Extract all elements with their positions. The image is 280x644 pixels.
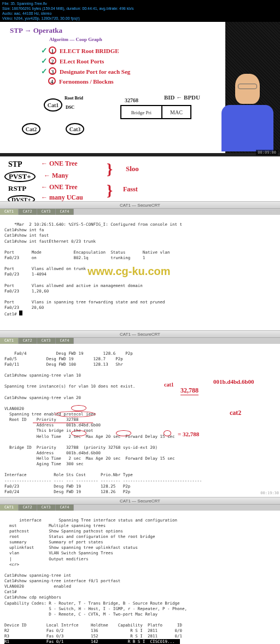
terminal-output[interactable]: interface Spanning Tree interface status… — [0, 511, 280, 645]
wb2-rstp: RSTP — [8, 184, 26, 193]
whiteboard-stp-operation: STP → Operatka Algoritm — Coop Graph ✓ 1… — [0, 22, 280, 153]
label-slow: Sloo — [126, 165, 139, 173]
tab-cat2[interactable]: CAT2 — [19, 505, 37, 511]
tab-cat4[interactable]: CAT4 — [56, 505, 74, 511]
wb-step-3: ✓ 3 Designate Port for each Seg — [41, 67, 130, 76]
arrow-onetree1: ← ONE Tree — [41, 160, 78, 168]
check-icon: ✓ — [41, 57, 48, 65]
terminal-text: Fa0/4 Desg FWD 19 128.6 P2p Fa0/5 Desg F… — [4, 351, 202, 497]
tab-cat1[interactable]: CAT1 — [0, 209, 19, 215]
bid-diagram-box: Bridge Pri MAC — [120, 105, 191, 119]
whiteboard-stp-types: STP PVST+ RSTP DVST+ ← ONE Tree ← Many ←… — [0, 156, 280, 201]
topology-cat3: Cat3 — [66, 123, 84, 135]
wb2-stp: STP — [8, 160, 22, 169]
label-32768: 32768 — [125, 97, 138, 103]
wb-step-4: 4 Fornomons / Blockns — [48, 77, 114, 85]
circle-annotation — [116, 430, 131, 436]
step-number-4: 4 — [48, 77, 56, 85]
video-section-1: File: 35. Spanning-Tree.flv Size: 166766… — [0, 0, 280, 156]
highlighted-row: R1 Fas 0/1 142 R B S I CISCO19... — [4, 639, 180, 644]
video-timestamp: 00:09:00 — [256, 150, 278, 155]
wb-title-stp: STP → Operatka — [10, 26, 62, 35]
terminal-output[interactable]: *Mar 2 10:26:51.640: %SYS-5-CONFIG_I: Co… — [0, 215, 280, 330]
terminal-output[interactable]: Fa0/4 Desg FWD 19 128.6 P2p Fa0/5 Desg F… — [0, 344, 280, 497]
terminal-titlebar[interactable]: CAT1 — SecureCRT — [0, 201, 280, 209]
annotation-equals: = 32,788 — [178, 430, 199, 438]
video-metadata: File: 35. Spanning-Tree.flv Size: 166766… — [0, 0, 280, 22]
label-dsc: DSC — [66, 105, 74, 110]
tab-cat4[interactable]: CAT4 — [56, 209, 74, 215]
label-bid: BID ← BPDU — [164, 94, 200, 101]
terminal-window-1[interactable]: CAT1 — SecureCRT CAT1 CAT2 CAT3 CAT4 *Ma… — [0, 201, 280, 330]
wb-subtitle: Algoritm — Coop Graph — [49, 37, 102, 42]
annotation-address: 001b.d4bd.6b00 — [213, 378, 254, 386]
arrow-onetree2: ← ONE Tree — [41, 183, 78, 191]
annotation-32788: 32,788 — [180, 386, 199, 395]
terminal-tabs[interactable]: CAT1 CAT2 CAT3 CAT4 — [0, 338, 280, 344]
tab-cat2[interactable]: CAT2 — [19, 338, 37, 344]
annotation-cat1: cat1 — [164, 381, 174, 389]
tab-cat3[interactable]: CAT3 — [37, 505, 56, 511]
wb-step-1: ✓ 1 ELECT Root BRIDGE — [41, 46, 119, 55]
video-timestamp: 00:19:30 — [260, 491, 279, 496]
step-number-3: 3 — [49, 67, 56, 75]
terminal-window-2[interactable]: CAT1 — SecureCRT CAT1 CAT2 CAT3 CAT4 Fa0… — [0, 330, 280, 497]
check-icon: ✓ — [41, 67, 48, 75]
tab-cat4[interactable]: CAT4 — [56, 338, 74, 344]
tab-cat1[interactable]: CAT1 — [0, 338, 19, 344]
cursor-icon — [19, 311, 22, 315]
circle-annotation — [71, 405, 86, 411]
tab-cat2[interactable]: CAT2 — [19, 209, 37, 215]
brace-icon: } — [107, 160, 113, 178]
circle-annotation — [164, 430, 171, 436]
terminal-tabs[interactable]: CAT1 CAT2 CAT3 CAT4 — [0, 505, 280, 511]
label-root-brid: Root Brid — [65, 96, 83, 101]
topology-cat2: Cat2 — [22, 123, 40, 135]
underline-annotation — [33, 423, 93, 423]
instructor-figure — [217, 74, 277, 153]
terminal-tabs[interactable]: CAT1 CAT2 CAT3 CAT4 — [0, 209, 280, 215]
bid-bridge-pri: Bridge Pri — [121, 106, 162, 118]
bid-mac: MAC — [162, 106, 190, 118]
meta-video: Video: h264, yuv420p, 1280x720, 30.00 fp… — [2, 16, 278, 21]
arrow-manyuc: ← many UCau — [41, 194, 83, 202]
circle-annotation — [71, 430, 86, 436]
brace-icon: } — [107, 182, 113, 199]
arrow-many: ← Many — [44, 172, 68, 180]
watermark-text: www.cg-ku.com — [88, 264, 171, 279]
step-number-1: 1 — [49, 46, 56, 54]
meta-file: File: 35. Spanning-Tree.flv — [2, 1, 278, 6]
wb2-pvst: PVST+ — [4, 171, 36, 182]
circle-annotation — [55, 411, 96, 417]
meta-audio: Audio: aac, 44100 Hz, stereo — [2, 11, 278, 16]
terminal-text: interface Spanning Tree interface status… — [4, 518, 187, 639]
tab-cat3[interactable]: CAT3 — [37, 338, 56, 344]
tab-cat3[interactable]: CAT3 — [37, 209, 56, 215]
label-fast: Fasst — [123, 185, 138, 194]
terminal-titlebar[interactable]: CAT1 — SecureCRT — [0, 497, 280, 505]
step-number-2: 2 — [49, 57, 56, 65]
annotation-cat2: cat2 — [230, 408, 241, 417]
check-icon: ✓ — [41, 46, 48, 55]
wb-step-2: ✓ 2 ELect Root Ports — [41, 56, 104, 66]
tab-cat1[interactable]: CAT1 — [0, 505, 19, 511]
topology-cat1: Cat1 — [44, 98, 62, 112]
terminal-titlebar[interactable]: CAT1 — SecureCRT — [0, 330, 280, 338]
terminal-window-3[interactable]: CAT1 — SecureCRT CAT1 CAT2 CAT3 CAT4 int… — [0, 497, 280, 645]
meta-size: Size: 166766291 bytes (159.04 MiB), dura… — [2, 6, 278, 11]
